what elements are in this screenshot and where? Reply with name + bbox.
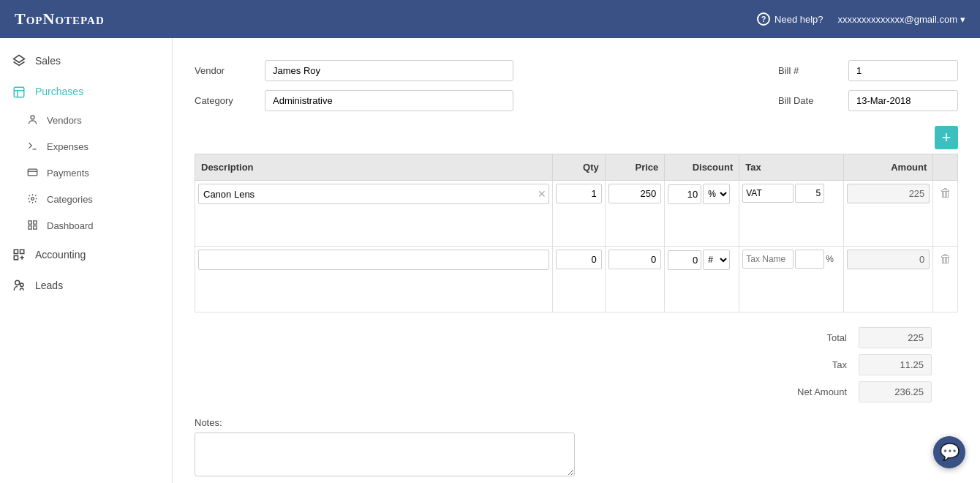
sidebar-item-accounting[interactable]: Accounting: [0, 239, 172, 270]
tax-pct-2[interactable]: [795, 250, 824, 269]
notes-input[interactable]: [195, 433, 575, 476]
vendor-input[interactable]: [265, 60, 513, 81]
price-input-2[interactable]: [608, 250, 662, 269]
app-logo: TopNotepad: [15, 10, 105, 29]
chat-button[interactable]: 💬: [933, 436, 965, 468]
net-label: Net Amount: [781, 386, 847, 397]
net-value: 236.25: [859, 381, 932, 402]
svg-point-2: [31, 115, 34, 119]
table-row: # % %: [195, 247, 958, 312]
gear-icon: [26, 193, 38, 206]
tax-sign-2: %: [826, 254, 834, 264]
net-row: Net Amount 236.25: [781, 381, 932, 402]
desc-cell-1: ✕: [198, 184, 549, 204]
col-tax: Tax: [739, 154, 844, 181]
category-input[interactable]: [265, 90, 513, 111]
sidebar-item-dashboard[interactable]: Dashboard: [0, 213, 172, 239]
amount-2: [847, 250, 930, 269]
tax-row: Tax 11.25: [781, 354, 932, 375]
delete-row-2[interactable]: 🗑: [937, 250, 954, 269]
chat-icon: 💬: [940, 443, 960, 462]
sidebar-item-expenses[interactable]: Expenses: [0, 134, 172, 160]
svg-rect-4: [28, 169, 37, 176]
accounting-icon: [12, 248, 26, 261]
add-btn-row: +: [195, 126, 958, 149]
notes-label: Notes:: [195, 417, 958, 428]
chevron-down-icon: ▾: [960, 14, 965, 25]
tax-pct-1[interactable]: [795, 184, 824, 203]
total-value: 225: [859, 327, 932, 348]
notes-section: Notes:: [195, 417, 958, 479]
sidebar: Sales Purchases Vendors: [0, 38, 173, 483]
svg-rect-9: [28, 225, 31, 228]
sidebar-item-sales[interactable]: Sales: [0, 45, 172, 76]
tax-value: 11.25: [859, 354, 932, 375]
svg-point-14: [15, 280, 20, 285]
desc-extra-1[interactable]: [198, 204, 549, 241]
discount-type-2[interactable]: # %: [703, 250, 730, 270]
clear-desc-1[interactable]: ✕: [538, 188, 546, 200]
tax-name-1[interactable]: [742, 184, 794, 203]
qty-input-1[interactable]: [556, 184, 601, 203]
desc-extra-2[interactable]: [198, 270, 549, 307]
col-action: [933, 154, 958, 181]
desc-cell-2: [198, 250, 549, 270]
tax-cell-1: [742, 184, 840, 203]
main-content: Vendor Category Bill # Bill Date: [173, 38, 980, 483]
tax-label: Tax: [781, 359, 847, 370]
desc-input-2[interactable]: [198, 250, 549, 270]
svg-rect-8: [33, 220, 36, 223]
amount-1: [847, 184, 930, 203]
desc-input-1[interactable]: [198, 184, 549, 204]
totals-section: Total 225 Tax 11.25 Net Amount 236.25: [195, 327, 958, 402]
share-icon: [26, 141, 38, 154]
total-row: Total 225: [781, 327, 932, 348]
form-left: Vendor Category: [195, 60, 513, 111]
sidebar-item-payments[interactable]: Payments: [0, 160, 172, 187]
sidebar-item-leads[interactable]: Leads: [0, 270, 172, 301]
col-description: Description: [195, 154, 553, 181]
form-top: Vendor Category Bill # Bill Date: [195, 60, 958, 111]
qty-input-2[interactable]: [556, 250, 601, 269]
table-row: ✕ % #: [195, 181, 958, 247]
col-qty: Qty: [553, 154, 605, 181]
help-button[interactable]: ? Need help?: [757, 12, 823, 26]
help-icon: ?: [757, 12, 770, 26]
purchases-icon: [12, 85, 26, 98]
bill-date-input[interactable]: [848, 90, 958, 111]
vendor-label: Vendor: [195, 65, 253, 76]
discount-cell-2: # %: [668, 250, 736, 270]
sidebar-item-purchases[interactable]: Purchases: [0, 76, 172, 107]
app-header: TopNotepad ? Need help? xxxxxxxxxxxxxx@g…: [0, 0, 980, 38]
svg-rect-10: [33, 225, 36, 228]
total-label: Total: [781, 332, 847, 343]
bill-num-row: Bill #: [778, 60, 958, 81]
bill-num-input[interactable]: [848, 60, 958, 81]
col-amount: Amount: [843, 154, 932, 181]
vendor-row: Vendor: [195, 60, 513, 81]
svg-rect-12: [14, 255, 18, 259]
card-icon: [26, 167, 38, 180]
user-icon: [26, 114, 38, 127]
add-line-button[interactable]: +: [935, 126, 958, 149]
col-discount: Discount: [665, 154, 739, 181]
discount-num-2[interactable]: [668, 250, 701, 270]
discount-cell-1: % #: [668, 184, 736, 204]
svg-rect-1: [14, 87, 24, 97]
tax-name-2[interactable]: [742, 250, 794, 269]
price-input-1[interactable]: [608, 184, 662, 203]
tax-cell-2: %: [742, 250, 840, 269]
dashboard-icon: [26, 220, 38, 233]
discount-type-1[interactable]: % #: [703, 184, 730, 204]
delete-row-1[interactable]: 🗑: [937, 184, 954, 203]
user-menu[interactable]: xxxxxxxxxxxxxx@gmail.com ▾: [838, 14, 965, 25]
svg-rect-11: [14, 250, 18, 253]
discount-num-1[interactable]: [668, 184, 701, 204]
sidebar-item-categories[interactable]: Categories: [0, 187, 172, 213]
main-layout: Sales Purchases Vendors: [0, 38, 980, 483]
svg-rect-13: [20, 250, 24, 253]
bill-date-row: Bill Date: [778, 90, 958, 111]
sidebar-item-vendors[interactable]: Vendors: [0, 108, 172, 134]
header-right: ? Need help? xxxxxxxxxxxxxx@gmail.com ▾: [757, 12, 965, 26]
category-label: Category: [195, 95, 253, 106]
